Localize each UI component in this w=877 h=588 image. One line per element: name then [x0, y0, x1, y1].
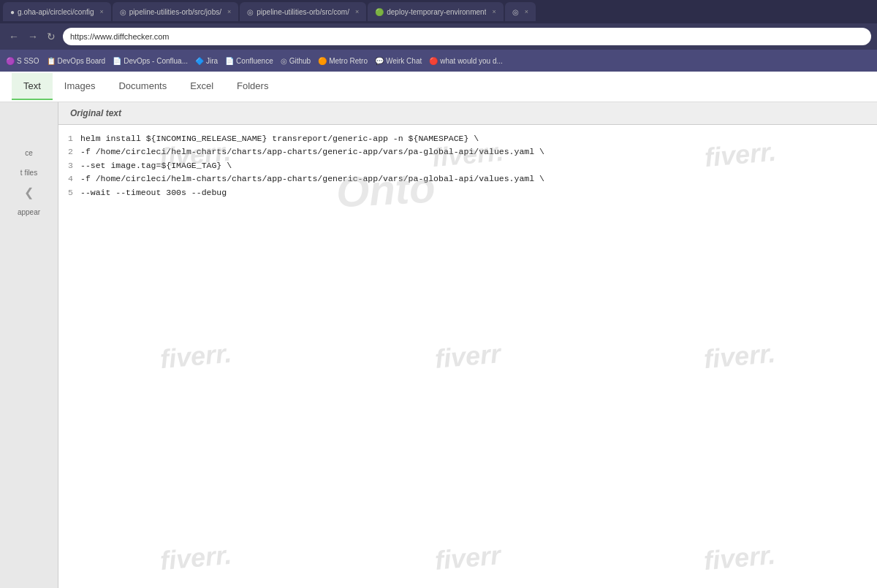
- code-line-4: 4 -f /home/circleci/helm-charts/charts/a…: [58, 172, 877, 186]
- tab-close-5[interactable]: ×: [525, 8, 528, 15]
- tab-images[interactable]: Images: [53, 73, 107, 100]
- bookmark-sso-label: S SSO: [17, 57, 39, 65]
- original-panel-label: Original text: [58, 102, 877, 124]
- bookmark-github[interactable]: ◎ Github: [281, 57, 311, 65]
- github-icon: ◎: [281, 57, 287, 65]
- code-line-3: 3 --set image.tag=${IMAGE_TAG} \: [58, 159, 877, 172]
- watermark-8: fiverr: [433, 540, 501, 576]
- sidebar-chevron[interactable]: ❮: [24, 186, 34, 199]
- tab-close-1[interactable]: ×: [100, 8, 104, 15]
- tab-icon-3: ◎: [247, 8, 254, 16]
- tab-folders[interactable]: Folders: [225, 73, 280, 100]
- address-text: https://www.diffchecker.com: [70, 32, 170, 41]
- sidebar-label-appear: appear: [15, 205, 43, 219]
- bookmark-jira-label: Jira: [206, 57, 218, 65]
- bookmark-what-label: what would you d...: [440, 57, 503, 65]
- metro-retro-icon: 🟠: [318, 57, 327, 65]
- line-num-4: 4: [58, 172, 80, 186]
- forward-button[interactable]: →: [25, 29, 41, 44]
- line-content-4: -f /home/circleci/helm-charts/charts/app…: [80, 172, 877, 186]
- bookmark-weirk-chat[interactable]: 💬 Weirk Chat: [375, 57, 422, 65]
- tab-icon-1: ●: [10, 8, 15, 16]
- line-num-3: 3: [58, 159, 80, 172]
- code-line-5: 5 --wait --timeout 300s --debug: [58, 186, 877, 199]
- tab-text-1: g.oha-api/circleci/config: [18, 8, 94, 16]
- watermark-5: fiverr: [433, 338, 501, 375]
- sso-icon: 🟣: [6, 57, 15, 65]
- bookmarks-bar: 🟣 S SSO 📋 DevOps Board 📄 DevOps - Conflu…: [0, 50, 877, 72]
- confluence-icon: 📄: [225, 57, 234, 65]
- address-bar-row: ← → ↻ https://www.diffchecker.com: [0, 23, 877, 50]
- tab-icon-2: ◎: [120, 8, 126, 16]
- bookmark-devops-conflua[interactable]: 📄 DevOps - Conflua...: [113, 57, 188, 65]
- tab-excel[interactable]: Excel: [178, 73, 225, 100]
- line-content-3: --set image.tag=${IMAGE_TAG} \: [80, 159, 877, 172]
- bookmark-github-label: Github: [289, 57, 311, 65]
- watermark-4: fiverr.: [159, 338, 232, 375]
- bookmark-devops-conflua-label: DevOps - Conflua...: [124, 57, 188, 65]
- tab-text-4: deploy-temporary-environment: [387, 8, 486, 16]
- diff-sidebar: ce t files ❮ appear: [0, 102, 58, 588]
- browser-tab-2[interactable]: ◎ pipeline-utilities-orb/src/jobs/ ×: [113, 2, 238, 21]
- browser-chrome: ● g.oha-api/circleci/config × ◎ pipeline…: [0, 0, 877, 72]
- diff-panel-header: Original text: [58, 102, 877, 125]
- code-line-1: 1 helm install ${INCOMING_RELEASE_NAME} …: [58, 132, 877, 145]
- browser-tab-1[interactable]: ● g.oha-api/circleci/config ×: [3, 2, 111, 21]
- tab-documents[interactable]: Documents: [107, 73, 178, 100]
- line-content-1: helm install ${INCOMING_RELEASE_NAME} tr…: [80, 132, 877, 145]
- bookmark-metro-retro-label: Metro Retro: [329, 57, 368, 65]
- line-num-2: 2: [58, 145, 80, 159]
- tab-icon-5: ◎: [512, 8, 519, 16]
- browser-tab-4[interactable]: 🟢 deploy-temporary-environment ×: [368, 2, 503, 21]
- tab-close-2[interactable]: ×: [227, 8, 231, 15]
- line-num-5: 5: [58, 186, 80, 199]
- line-content-5: --wait --timeout 300s --debug: [80, 186, 877, 199]
- diff-panels: Original text fiverr. fiverr. fiverr. fi…: [58, 102, 877, 588]
- diff-main: ce t files ❮ appear Original text fiverr…: [0, 102, 877, 588]
- line-num-1: 1: [58, 132, 80, 145]
- bookmark-what[interactable]: 🔴 what would you d...: [429, 57, 503, 65]
- browser-tab-5[interactable]: ◎ ×: [505, 2, 536, 21]
- bookmark-devops-board-label: DevOps Board: [58, 57, 106, 65]
- bookmark-confluence[interactable]: 📄 Confluence: [225, 57, 273, 65]
- bookmark-weirk-chat-label: Weirk Chat: [386, 57, 422, 65]
- tab-close-4[interactable]: ×: [492, 8, 496, 15]
- watermark-row-bot: fiverr. fiverr fiverr.: [58, 528, 877, 588]
- sidebar-label-ce: ce: [22, 146, 36, 160]
- diff-tabs: Text Images Documents Excel Folders: [0, 72, 877, 102]
- weirk-chat-icon: 💬: [375, 57, 384, 65]
- bookmark-metro-retro[interactable]: 🟠 Metro Retro: [318, 57, 368, 65]
- code-line-2: 2 -f /home/circleci/helm-charts/charts/a…: [58, 145, 877, 159]
- tab-bar: ● g.oha-api/circleci/config × ◎ pipeline…: [0, 0, 877, 23]
- tab-text[interactable]: Text: [12, 73, 53, 100]
- devops-board-icon: 📋: [47, 57, 56, 65]
- sidebar-label-files: t files: [18, 166, 40, 180]
- tab-close-3[interactable]: ×: [355, 8, 359, 15]
- bookmark-sso[interactable]: 🟣 S SSO: [6, 57, 39, 65]
- bookmark-jira[interactable]: 🔷 Jira: [195, 57, 218, 65]
- bookmark-confluence-label: Confluence: [236, 57, 273, 65]
- refresh-button[interactable]: ↻: [44, 29, 58, 44]
- devops-conflua-icon: 📄: [113, 57, 121, 65]
- jira-icon: 🔷: [195, 57, 204, 65]
- watermark-6: fiverr.: [702, 338, 776, 375]
- tab-text-3: pipeline-utilities-orb/src/com/: [257, 8, 349, 16]
- watermark-9: fiverr.: [702, 540, 776, 576]
- diff-content-area[interactable]: fiverr. fiverr. fiverr. fiverr. fiverr f…: [58, 125, 877, 588]
- tab-icon-4: 🟢: [375, 8, 384, 16]
- what-icon: 🔴: [429, 57, 438, 65]
- nav-buttons: ← → ↻: [6, 29, 58, 44]
- tab-text-2: pipeline-utilities-orb/src/jobs/: [129, 8, 221, 16]
- bookmark-devops-board[interactable]: 📋 DevOps Board: [47, 57, 106, 65]
- back-button[interactable]: ←: [6, 29, 22, 44]
- browser-tab-3[interactable]: ◎ pipeline-utilities-orb/src/com/ ×: [240, 2, 366, 21]
- watermark-row-mid: fiverr. fiverr fiverr.: [58, 327, 877, 386]
- line-content-2: -f /home/circleci/helm-charts/charts/app…: [80, 145, 877, 159]
- watermark-7: fiverr.: [159, 540, 232, 576]
- page-content: Text Images Documents Excel Folders ce t…: [0, 72, 877, 588]
- address-input[interactable]: https://www.diffchecker.com: [63, 28, 871, 45]
